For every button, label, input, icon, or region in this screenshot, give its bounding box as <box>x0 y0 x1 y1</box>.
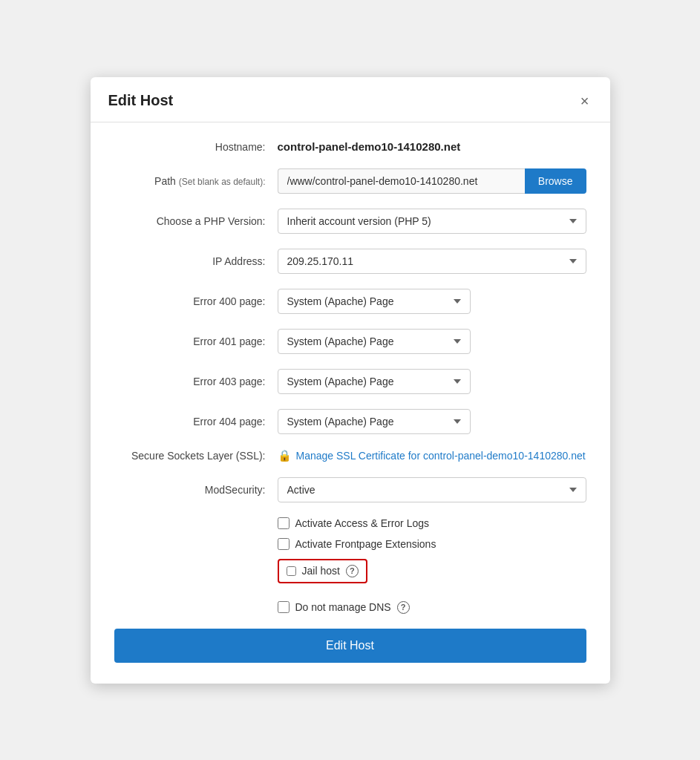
frontpage-label: Activate Frontpage Extensions <box>295 538 436 550</box>
hostname-row: Hostname: control-panel-demo10-1410280.n… <box>114 140 586 154</box>
error400-row: Error 400 page: System (Apache) Page <box>114 289 586 314</box>
edit-host-button[interactable]: Edit Host <box>114 629 586 663</box>
access-logs-checkbox[interactable] <box>278 517 290 529</box>
ssl-row: Secure Sockets Layer (SSL): 🔒 Manage SSL… <box>114 449 586 462</box>
browse-button[interactable]: Browse <box>525 168 586 194</box>
error400-label: Error 400 page: <box>114 295 278 307</box>
dialog-title: Edit Host <box>108 92 174 109</box>
ip-label: IP Address: <box>114 255 278 267</box>
dns-checkbox[interactable] <box>278 601 290 613</box>
error401-row: Error 401 page: System (Apache) Page <box>114 329 586 354</box>
modsecurity-label: ModSecurity: <box>114 484 278 496</box>
error404-label: Error 404 page: <box>114 416 278 428</box>
frontpage-checkbox[interactable] <box>278 538 290 550</box>
error403-select[interactable]: System (Apache) Page <box>278 369 471 394</box>
ip-address-row: IP Address: 209.25.170.11 <box>114 249 586 274</box>
dns-row: Do not manage DNS ? <box>278 601 586 614</box>
edit-host-dialog: Edit Host × Hostname: control-panel-demo… <box>91 77 610 684</box>
close-button[interactable]: × <box>578 91 592 111</box>
frontpage-row: Activate Frontpage Extensions <box>278 538 586 550</box>
dns-label: Do not manage DNS <box>295 601 391 613</box>
jail-host-help-icon[interactable]: ? <box>346 565 359 577</box>
ssl-label: Secure Sockets Layer (SSL): <box>114 450 278 462</box>
hostname-value: control-panel-demo10-1410280.net <box>278 140 461 153</box>
jail-host-label: Jail host <box>302 565 340 577</box>
error401-select[interactable]: System (Apache) Page <box>278 329 471 354</box>
ssl-link[interactable]: 🔒 Manage SSL Certificate for control-pan… <box>278 449 586 462</box>
php-label: Choose a PHP Version: <box>114 215 278 227</box>
jail-host-checkbox[interactable] <box>287 566 296 576</box>
php-version-row: Choose a PHP Version: Inherit account ve… <box>114 209 586 234</box>
error400-select[interactable]: System (Apache) Page <box>278 289 471 314</box>
ssl-link-text: Manage SSL Certificate for control-panel… <box>296 450 586 462</box>
error404-select[interactable]: System (Apache) Page <box>278 409 471 434</box>
modsecurity-row: ModSecurity: Active <box>114 477 586 502</box>
path-group: Browse <box>278 168 586 194</box>
lock-icon: 🔒 <box>278 449 292 462</box>
path-row: Path (Set blank as default): Browse <box>114 168 586 194</box>
dialog-body: Hostname: control-panel-demo10-1410280.n… <box>91 122 610 684</box>
path-label: Path (Set blank as default): <box>114 175 278 187</box>
error401-label: Error 401 page: <box>114 335 278 347</box>
modsecurity-select[interactable]: Active <box>278 477 586 502</box>
php-version-select[interactable]: Inherit account version (PHP 5) <box>278 209 586 234</box>
dns-help-icon[interactable]: ? <box>397 601 410 614</box>
access-logs-label: Activate Access & Error Logs <box>295 517 430 529</box>
dialog-header: Edit Host × <box>91 77 610 122</box>
access-logs-row: Activate Access & Error Logs <box>278 517 586 529</box>
error403-label: Error 403 page: <box>114 376 278 387</box>
checkboxes-section: Activate Access & Error Logs Activate Fr… <box>278 517 586 614</box>
ip-address-select[interactable]: 209.25.170.11 <box>278 249 586 274</box>
hostname-label: Hostname: <box>114 141 278 153</box>
jail-host-wrapper: Jail host ? <box>278 559 586 592</box>
error403-row: Error 403 page: System (Apache) Page <box>114 369 586 394</box>
path-input[interactable] <box>278 168 525 194</box>
error404-row: Error 404 page: System (Apache) Page <box>114 409 586 434</box>
